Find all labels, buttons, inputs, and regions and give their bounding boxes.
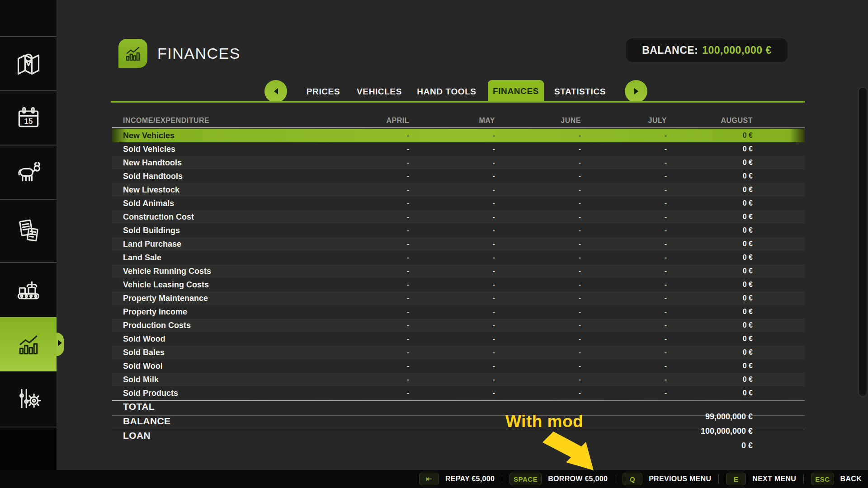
sidebar-item-finances[interactable] xyxy=(0,317,57,371)
row-value-may: - xyxy=(409,294,495,302)
divider xyxy=(615,474,615,483)
row-value-april: - xyxy=(323,199,409,207)
bottom-key-bar: ⇤ REPAY €5,000 SPACE BORROW €5,000 Q PRE… xyxy=(0,470,868,488)
row-label: Sold Buildings xyxy=(112,226,323,235)
row-value-june: - xyxy=(495,348,581,357)
row-value-july: - xyxy=(581,294,667,302)
divider xyxy=(718,474,719,483)
hint-repay[interactable]: ⇤ REPAY €5,000 xyxy=(419,473,495,485)
footer-value: 0 € xyxy=(741,441,753,450)
row-value-april: - xyxy=(323,348,409,357)
chevron-right-icon xyxy=(634,88,638,94)
table-row[interactable]: New Handtools - - - - 0 € xyxy=(112,156,805,169)
column-header-august: AUGUST xyxy=(667,117,753,125)
table-row[interactable]: Sold Vehicles - - - - 0 € xyxy=(112,142,805,156)
tab-hand-tools[interactable]: HAND TOOLS xyxy=(417,87,476,97)
row-value-april: - xyxy=(323,253,409,262)
table-row[interactable]: Sold Bales - - - - 0 € xyxy=(112,346,805,359)
row-label: Property Maintenance xyxy=(112,294,323,303)
footer-row-total: TOTAL 99,000,000 € xyxy=(112,401,805,415)
divider xyxy=(803,474,804,483)
table-row[interactable]: Production Costs - - - - 0 € xyxy=(112,319,805,332)
page-icon-badge xyxy=(118,39,147,68)
row-value-april: - xyxy=(323,186,409,194)
table-row[interactable]: Sold Buildings - - - - 0 € xyxy=(112,224,805,237)
table-row[interactable]: Land Purchase - - - - 0 € xyxy=(112,237,805,251)
settings-icon xyxy=(15,385,42,413)
footer-label: LOAN xyxy=(112,430,753,441)
hint-label: REPAY €5,000 xyxy=(445,475,495,483)
table-row[interactable]: Land Sale - - - - 0 € xyxy=(112,251,805,264)
row-value-may: - xyxy=(409,362,495,370)
q-key: Q xyxy=(623,473,642,485)
row-value-april: - xyxy=(323,213,409,221)
row-value-may: - xyxy=(409,308,495,316)
row-value-june: - xyxy=(495,186,581,194)
row-value-august: 0 € xyxy=(667,389,753,397)
row-value-july: - xyxy=(581,267,667,275)
row-value-may: - xyxy=(409,389,495,397)
table-row[interactable]: Vehicle Running Costs - - - - 0 € xyxy=(112,264,805,278)
tabs-prev-button[interactable] xyxy=(264,80,287,103)
column-header-may: MAY xyxy=(409,117,495,125)
row-value-july: - xyxy=(581,253,667,262)
row-value-july: - xyxy=(581,335,667,343)
tab-prices[interactable]: PRICES xyxy=(307,87,340,97)
sidebar-item-contracts[interactable] xyxy=(0,200,57,262)
table-row[interactable]: Sold Wood - - - - 0 € xyxy=(112,332,805,346)
table-row[interactable]: Sold Animals - - - - 0 € xyxy=(112,197,805,210)
hint-borrow[interactable]: SPACE BORROW €5,000 xyxy=(509,473,608,485)
row-value-may: - xyxy=(409,253,495,262)
annotation-with-mod: With mod xyxy=(505,412,583,431)
row-value-april: - xyxy=(323,281,409,289)
sidebar-item-calendar[interactable]: 15 xyxy=(0,91,57,145)
table-row[interactable]: Property Income - - - - 0 € xyxy=(112,305,805,319)
table-row[interactable]: Property Maintenance - - - - 0 € xyxy=(112,291,805,305)
hint-label: BACK xyxy=(840,475,862,483)
table-row[interactable]: Sold Wool - - - - 0 € xyxy=(112,359,805,373)
sidebar-item-production[interactable] xyxy=(0,263,57,316)
sidebar-item-settings[interactable] xyxy=(0,372,57,426)
chevron-left-icon xyxy=(274,88,278,94)
esc-key: ESC xyxy=(811,473,834,485)
row-value-august: 0 € xyxy=(667,294,753,302)
scrollbar-track[interactable] xyxy=(858,87,868,397)
row-value-may: - xyxy=(409,321,495,329)
row-value-august: 0 € xyxy=(667,172,753,180)
table-row[interactable]: New Livestock - - - - 0 € xyxy=(112,183,805,197)
row-value-may: - xyxy=(409,281,495,289)
table-row[interactable]: Sold Products - - - - 0 € xyxy=(112,386,805,400)
row-value-april: - xyxy=(323,240,409,248)
hint-back[interactable]: ESC BACK xyxy=(811,473,862,485)
tab-vehicles[interactable]: VEHICLES xyxy=(357,87,402,97)
sidebar-item-animals[interactable] xyxy=(0,145,57,199)
hint-label: NEXT MENU xyxy=(752,475,796,483)
row-value-may: - xyxy=(409,335,495,343)
tab-finances[interactable]: FINANCES xyxy=(488,80,544,103)
row-value-june: - xyxy=(495,335,581,343)
row-value-july: - xyxy=(581,213,667,221)
row-value-august: 0 € xyxy=(667,226,753,235)
row-value-august: 0 € xyxy=(667,321,753,329)
table-row[interactable]: Vehicle Leasing Costs - - - - 0 € xyxy=(112,278,805,291)
tab-statistics[interactable]: STATISTICS xyxy=(554,87,606,97)
sidebar-item-map[interactable] xyxy=(0,37,57,90)
table-row[interactable]: New Vehicles - - - - 0 € xyxy=(112,129,805,142)
table-row[interactable]: Sold Milk - - - - 0 € xyxy=(112,373,805,386)
hint-label: BORROW €5,000 xyxy=(548,475,608,483)
row-value-july: - xyxy=(581,281,667,289)
row-value-may: - xyxy=(409,145,495,153)
row-value-june: - xyxy=(495,145,581,153)
column-header-july: JULY xyxy=(581,117,667,125)
footer-row-balance: BALANCE 100,000,000 € xyxy=(112,415,805,430)
tabs-next-button[interactable] xyxy=(625,80,647,103)
hint-next-menu[interactable]: E NEXT MENU xyxy=(726,473,796,485)
row-value-july: - xyxy=(581,172,667,180)
row-value-august: 0 € xyxy=(667,267,753,275)
row-value-june: - xyxy=(495,159,581,167)
row-value-august: 0 € xyxy=(667,281,753,289)
table-row[interactable]: Construction Cost - - - - 0 € xyxy=(112,210,805,224)
hint-previous-menu[interactable]: Q PREVIOUS MENU xyxy=(623,473,711,485)
table-row[interactable]: Sold Handtools - - - - 0 € xyxy=(112,169,805,183)
row-value-july: - xyxy=(581,226,667,235)
